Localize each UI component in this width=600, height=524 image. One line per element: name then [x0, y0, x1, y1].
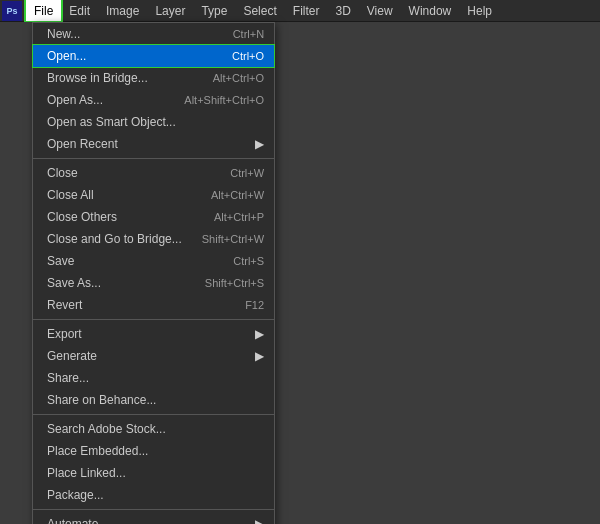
separator-1: [33, 158, 274, 159]
menubar-item-window[interactable]: Window: [401, 0, 460, 21]
menu-item-share[interactable]: Share...: [33, 367, 274, 389]
menubar-item-image[interactable]: Image: [98, 0, 147, 21]
menubar-item-3d[interactable]: 3D: [327, 0, 358, 21]
menubar-item-type[interactable]: Type: [193, 0, 235, 21]
menu-item-export[interactable]: Export ▶: [33, 323, 274, 345]
separator-2: [33, 319, 274, 320]
menu-item-close-others[interactable]: Close Others Alt+Ctrl+P: [33, 206, 274, 228]
menu-item-place-linked[interactable]: Place Linked...: [33, 462, 274, 484]
menu-item-open-as[interactable]: Open As... Alt+Shift+Ctrl+O: [33, 89, 274, 111]
file-dropdown-menu: New... Ctrl+N Open... Ctrl+O Browse in B…: [32, 22, 275, 524]
menu-item-close-bridge[interactable]: Close and Go to Bridge... Shift+Ctrl+W: [33, 228, 274, 250]
menu-item-close-all[interactable]: Close All Alt+Ctrl+W: [33, 184, 274, 206]
menubar-item-layer[interactable]: Layer: [147, 0, 193, 21]
menu-item-generate[interactable]: Generate ▶: [33, 345, 274, 367]
menu-item-open-recent[interactable]: Open Recent ▶: [33, 133, 274, 155]
menu-item-package[interactable]: Package...: [33, 484, 274, 506]
menubar-item-view[interactable]: View: [359, 0, 401, 21]
menubar-item-edit[interactable]: Edit: [61, 0, 98, 21]
menubar-item-filter[interactable]: Filter: [285, 0, 328, 21]
menu-item-place-embedded[interactable]: Place Embedded...: [33, 440, 274, 462]
menubar-item-select[interactable]: Select: [235, 0, 284, 21]
menu-item-open-smart-object[interactable]: Open as Smart Object...: [33, 111, 274, 133]
menubar-item-file[interactable]: File: [26, 0, 61, 21]
menu-item-share-behance[interactable]: Share on Behance...: [33, 389, 274, 411]
menu-item-new[interactable]: New... Ctrl+N: [33, 23, 274, 45]
menu-item-revert[interactable]: Revert F12: [33, 294, 274, 316]
separator-4: [33, 509, 274, 510]
menu-item-save[interactable]: Save Ctrl+S: [33, 250, 274, 272]
menu-item-close[interactable]: Close Ctrl+W: [33, 162, 274, 184]
separator-3: [33, 414, 274, 415]
menu-item-search-stock[interactable]: Search Adobe Stock...: [33, 418, 274, 440]
ps-logo: Ps: [2, 1, 22, 21]
menu-item-save-as[interactable]: Save As... Shift+Ctrl+S: [33, 272, 274, 294]
menu-item-automate[interactable]: Automate ▶: [33, 513, 274, 524]
menubar: Ps File Edit Image Layer Type Select Fil…: [0, 0, 600, 22]
menu-item-open[interactable]: Open... Ctrl+O: [33, 45, 274, 67]
menu-item-browse-bridge[interactable]: Browse in Bridge... Alt+Ctrl+O: [33, 67, 274, 89]
menubar-item-help[interactable]: Help: [459, 0, 500, 21]
